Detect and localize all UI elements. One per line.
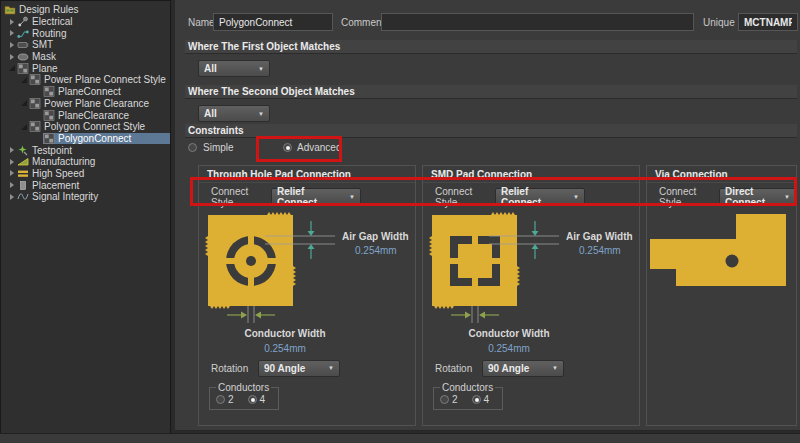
conductors-4-radio[interactable] (472, 395, 481, 404)
group-title: Through Hole Pad Connection (199, 166, 415, 183)
sidebar-item-manufacturing[interactable]: Manufacturing (1, 156, 170, 168)
signal-integrity-icon (17, 191, 30, 202)
constraints-header: Constraints (185, 124, 797, 138)
highspeed-icon (17, 168, 30, 179)
comment-input[interactable] (381, 13, 694, 31)
sidebar-item-testpoint[interactable]: Testpoint (1, 144, 170, 156)
rule-editor-panel: Name Comment Unique ID Where The First O… (175, 0, 800, 431)
chevron-down-icon: ▼ (258, 111, 264, 117)
sidebar-item-placement[interactable]: Placement (1, 179, 170, 191)
rotation-dropdown[interactable]: 90 Angle ▼ (258, 360, 340, 377)
second-object-matches-header: Where The Second Object Matches (185, 85, 797, 99)
air-gap-width-value: 0.254mm (355, 245, 397, 256)
smd-pad-connection-group: SMD Pad Connection Connect Style Relief … (422, 165, 640, 426)
conductors-group: Conductors 2 4 (209, 382, 279, 410)
name-label: Name (188, 17, 215, 28)
comment-label: Comment (341, 17, 384, 28)
advanced-radio-label: Advanced (297, 142, 341, 153)
conductors-group: Conductors 2 4 (433, 382, 503, 410)
via-connection-diagram (649, 211, 789, 357)
sidebar-item-polygon-connect-style[interactable]: Polygon Connect Style (1, 121, 170, 133)
expand-arrow-icon[interactable] (19, 77, 29, 83)
name-input[interactable] (213, 13, 333, 31)
chevron-down-icon: ▼ (258, 66, 264, 72)
design-rules-dialog: Design Rules Electrical Routing SMT Mask… (0, 0, 800, 443)
conductors-2-radio[interactable] (216, 395, 225, 404)
conductors-label: Conductors (216, 382, 271, 393)
conductor-width-value: 0.254mm (264, 343, 306, 354)
sidebar-item-smt[interactable]: SMT (1, 39, 170, 51)
conductor-width-label: Conductor Width (468, 328, 549, 339)
group-title: SMD Pad Connection (423, 166, 639, 183)
plane-icon (17, 63, 30, 74)
group-title: Via Connection (647, 166, 796, 183)
routing-icon (17, 28, 30, 39)
rules-tree-panel: Design Rules Electrical Routing SMT Mask… (0, 0, 171, 434)
expand-arrow-icon[interactable] (19, 124, 29, 130)
sidebar-item-signal-integrity[interactable]: Signal Integrity (1, 191, 170, 203)
connect-style-dropdown[interactable]: Relief Connect ▼ (271, 188, 361, 205)
rotation-dropdown[interactable]: 90 Angle ▼ (482, 360, 564, 377)
expand-arrow-icon[interactable] (19, 100, 29, 106)
expand-arrow-icon[interactable] (7, 19, 17, 25)
unique-id-input[interactable] (738, 13, 798, 31)
expand-arrow-icon[interactable] (7, 30, 17, 36)
connect-style-dropdown[interactable]: Relief Connect ▼ (495, 188, 585, 205)
plane-icon (43, 86, 56, 97)
plane-icon (29, 98, 42, 109)
smt-icon (17, 39, 30, 50)
expand-arrow-icon[interactable] (7, 147, 17, 153)
expand-arrow-icon[interactable] (7, 182, 17, 188)
expand-arrow-icon[interactable] (7, 194, 17, 200)
expand-arrow-icon[interactable] (7, 54, 17, 60)
chevron-down-icon: ▼ (573, 194, 579, 200)
sidebar-item-plane[interactable]: Plane (1, 62, 170, 74)
expand-arrow-icon[interactable] (7, 170, 17, 176)
conductors-label: Conductors (440, 382, 495, 393)
smd-pad-diagram: Air Gap Width 0.254mm Conductor Width 0.… (429, 211, 635, 357)
plane-icon (43, 133, 56, 144)
air-gap-width-value: 0.254mm (579, 245, 621, 256)
chevron-down-icon: ▼ (552, 365, 558, 371)
conductor-width-value: 0.254mm (488, 343, 530, 354)
connect-style-label: Connect Style (435, 186, 495, 208)
sidebar-item-power-plane-clearance[interactable]: Power Plane Clearance (1, 98, 170, 110)
conductors-4-radio[interactable] (248, 395, 257, 404)
second-object-scope-dropdown[interactable]: All ▼ (198, 105, 270, 122)
plane-icon (29, 74, 42, 85)
chevron-down-icon: ▼ (328, 365, 334, 371)
first-object-scope-dropdown[interactable]: All ▼ (198, 60, 270, 77)
air-gap-width-label: Air Gap Width (566, 231, 633, 242)
chevron-down-icon: ▼ (784, 194, 790, 200)
sidebar-item-routing[interactable]: Routing (1, 27, 170, 39)
through-hole-pad-diagram: Air Gap Width 0.254mm Conductor Width 0.… (205, 211, 411, 357)
expand-arrow-icon[interactable] (7, 42, 17, 48)
conductors-2-radio[interactable] (440, 395, 449, 404)
connect-style-dropdown[interactable]: Direct Connect ▼ (719, 188, 796, 205)
placement-icon (17, 180, 30, 191)
sidebar-item-planeconnect[interactable]: PlaneConnect (1, 86, 170, 98)
sidebar-item-electrical[interactable]: Electrical (1, 16, 170, 28)
simple-radio-label: Simple (203, 142, 234, 153)
sidebar-item-design-rules[interactable]: Design Rules (1, 4, 170, 16)
manufacturing-icon (17, 156, 30, 167)
sidebar-item-polygonconnect[interactable]: PolygonConnect (1, 133, 170, 145)
sidebar-item-mask[interactable]: Mask (1, 51, 170, 63)
connect-style-label: Connect Style (659, 186, 719, 208)
first-object-matches-header: Where The First Object Matches (185, 40, 797, 54)
plane-icon (43, 110, 56, 121)
expand-arrow-icon[interactable] (7, 65, 17, 71)
chevron-down-icon: ▼ (349, 194, 355, 200)
rotation-label: Rotation (211, 363, 258, 374)
dialog-bottom-strip (0, 433, 800, 443)
expand-arrow-icon[interactable] (7, 159, 17, 165)
conductor-width-label: Conductor Width (244, 328, 325, 339)
plane-icon (29, 121, 42, 132)
sidebar-item-power-plane-connect-style[interactable]: Power Plane Connect Style (1, 74, 170, 86)
air-gap-width-label: Air Gap Width (342, 231, 409, 242)
sidebar-item-high-speed[interactable]: High Speed (1, 168, 170, 180)
mask-icon (17, 51, 30, 62)
sidebar-item-planeclearance[interactable]: PlaneClearance (1, 109, 170, 121)
simple-radio[interactable] (188, 143, 197, 152)
advanced-radio[interactable] (283, 143, 292, 152)
